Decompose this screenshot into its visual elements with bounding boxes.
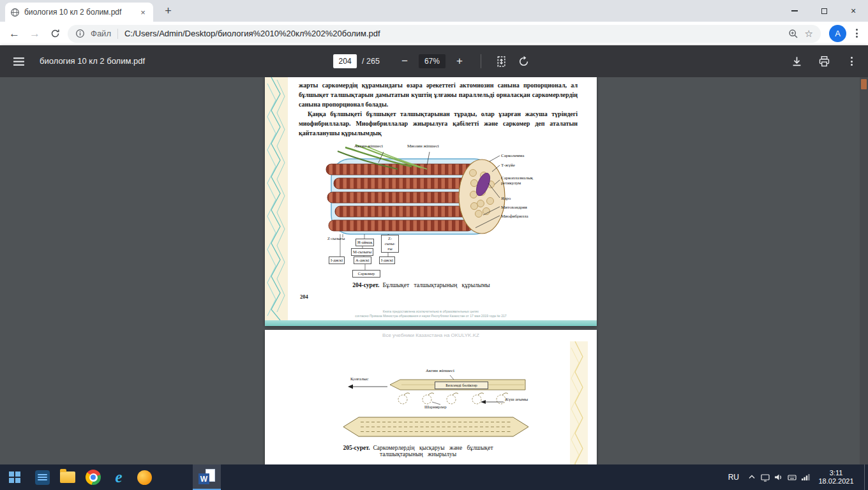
- tab-close-icon[interactable]: ×: [138, 7, 148, 17]
- system-tray: RU 3:11 18.02.2021: [722, 464, 868, 490]
- figure-204-muscle-fiber: Актин жіпшесі Миозин жіпшесі Сарколемма …: [290, 144, 576, 281]
- taskbar: e W RU: [0, 464, 868, 490]
- maximize-icon: [821, 8, 827, 14]
- zoom-in-button[interactable]: +: [451, 53, 468, 70]
- figure-204-caption: 204-сурет.Бұлшықет талшықтарының құрылым…: [265, 282, 578, 288]
- address-bar: ← → Файл C:/Users/Admin/Desktop/биология…: [0, 22, 868, 45]
- new-tab-button[interactable]: +: [160, 3, 177, 20]
- figure1-label-nucleus: Ядро: [501, 196, 511, 201]
- profile-avatar[interactable]: A: [829, 25, 846, 42]
- taskbar-file-explorer[interactable]: [55, 464, 80, 490]
- page-bottom-ornament: [265, 320, 597, 326]
- figure-205-sarcomere-contraction: Актин жіпшесі Қозғалыс Белсенді бөліктер…: [329, 368, 546, 442]
- minimize-icon: [791, 10, 798, 11]
- vertical-dots-icon: [851, 57, 853, 66]
- screen: биология 10 кл 2 болим.pdf × + × ← → Фай…: [0, 0, 868, 490]
- pdf-menu-icon[interactable]: [13, 56, 25, 68]
- window-controls: ×: [780, 0, 868, 22]
- taskbar-app-blue[interactable]: [29, 464, 55, 490]
- bookmark-star-icon[interactable]: ☆: [805, 28, 813, 40]
- chrome-icon: [86, 470, 101, 485]
- pdf-page-205: Все учебники Казахстана на OKULYK.KZ: [265, 330, 597, 464]
- figure2-label-actin: Актин жіпшесі: [426, 368, 454, 373]
- taskbar-chrome[interactable]: [80, 464, 106, 490]
- toolbar-divider: [481, 54, 481, 68]
- figure1-label-t-system: Т-жүйе: [501, 163, 515, 168]
- language-indicator[interactable]: RU: [722, 464, 745, 490]
- browser-menu-button[interactable]: [849, 26, 864, 41]
- figure1-label-i-disc-right: І-дискі: [379, 256, 395, 264]
- zoom-out-button[interactable]: −: [396, 53, 413, 70]
- fine-print-line: Книга предоставлена исключительно в обра…: [290, 309, 572, 314]
- show-desktop-button[interactable]: [864, 464, 868, 490]
- paragraph: жарты саркомердің құрамындағы өзара әрек…: [299, 80, 578, 109]
- pdf-scrollbar[interactable]: [860, 77, 868, 464]
- figure1-label-sarcoplasmic-reticulum: Саркоплазмалық ретикулум: [501, 175, 547, 186]
- okulyk-watermark: Все учебники Казахстана на OKULYK.KZ: [265, 332, 597, 338]
- tray-expand-button[interactable]: [745, 464, 758, 490]
- pdf-page-zoom-controls: / 265 − 67% +: [333, 45, 535, 77]
- figure1-label-sarcomere: Саркомер: [352, 270, 380, 278]
- taskbar-internet-explorer[interactable]: e: [106, 464, 131, 490]
- caption-number: 205-сурет.: [343, 445, 370, 451]
- browser-tab-strip: биология 10 кл 2 болим.pdf × + ×: [0, 0, 868, 22]
- url-separator: [117, 29, 118, 39]
- windows-logo-icon: [9, 471, 20, 483]
- orange-app-icon: [137, 470, 152, 485]
- pdf-favicon-icon: [10, 8, 20, 17]
- refresh-button[interactable]: [46, 24, 64, 43]
- paragraph: Қаңқа бұлшықеті бұлшықет талшықтарынан т…: [299, 109, 578, 138]
- pdf-toolbar: биология 10 кл 2 болим.pdf / 265 − 67% +: [0, 45, 868, 77]
- rotate-button[interactable]: [518, 56, 530, 68]
- pdf-document-title: биология 10 кл 2 болим.pdf: [40, 56, 145, 66]
- window-minimize-button[interactable]: [780, 0, 809, 22]
- figure1-label-z-line-left: Z-сызығы: [327, 236, 345, 241]
- figure-205-caption: 205-сурет.Саркомерлердің қысқаруы және б…: [265, 445, 571, 457]
- page-number: 204: [300, 293, 308, 300]
- network-icon[interactable]: [798, 464, 812, 490]
- page-total-label: / 265: [362, 57, 380, 66]
- figure2-label-active-sites: Белсенді бөліктер: [435, 382, 488, 389]
- url-scheme-label: Файл: [91, 29, 111, 38]
- fit-page-button[interactable]: [495, 56, 507, 68]
- word-icon: W: [198, 469, 215, 484]
- zoom-lens-icon[interactable]: [788, 29, 798, 39]
- taskbar-spacer: [157, 464, 193, 490]
- folder-icon: [60, 471, 75, 483]
- download-button[interactable]: [791, 56, 803, 68]
- clock-time: 3:11: [812, 469, 860, 478]
- page-right-ornament: [570, 341, 588, 464]
- figure1-label-mitochondria: Митохондрия: [501, 205, 527, 210]
- taskbar-word-active[interactable]: W: [193, 464, 221, 490]
- figure1-label-h-zone: Н-аймақ: [355, 239, 374, 246]
- back-button[interactable]: ←: [5, 24, 24, 43]
- taskbar-clock[interactable]: 3:11 18.02.2021: [812, 469, 860, 486]
- print-button[interactable]: [818, 56, 830, 68]
- url-text[interactable]: C:/Users/Admin/Desktop/биология%2010%20к…: [124, 29, 783, 38]
- url-box[interactable]: Файл C:/Users/Admin/Desktop/биология%201…: [68, 25, 821, 43]
- figure1-label-myosin: Миозин жіпшесі: [407, 144, 439, 149]
- start-button[interactable]: [0, 464, 29, 490]
- figure1-label-myofibril: Миофибрилла: [501, 214, 528, 219]
- figure1-label-z-line-right: Z-сызы-ғы: [381, 235, 399, 253]
- pdf-more-button[interactable]: [846, 56, 858, 68]
- taskbar-orange-app[interactable]: [131, 464, 157, 490]
- blue-tile-icon: [35, 470, 50, 485]
- window-close-button[interactable]: ×: [839, 0, 868, 22]
- page-number-input[interactable]: [333, 54, 357, 68]
- figure2-label-hinges: Шарнирлер: [424, 405, 447, 410]
- figure1-label-sarcolemma: Сарколемма: [501, 153, 524, 158]
- scrollbar-thumb[interactable]: [861, 79, 867, 89]
- browser-tab[interactable]: биология 10 кл 2 болим.pdf ×: [5, 3, 153, 22]
- window-maximize-button[interactable]: [809, 0, 839, 22]
- tablet-icon[interactable]: [758, 464, 772, 490]
- keyboard-icon[interactable]: [785, 464, 798, 490]
- figure1-label-m-line: М-сызығы: [351, 248, 373, 256]
- tab-title: биология 10 кл 2 болим.pdf: [24, 8, 133, 17]
- caption-text: Саркомерлердің қысқаруы және бұлшықет та…: [373, 445, 493, 457]
- fine-print-line: согласно Приказа Министра образования и …: [290, 314, 572, 318]
- forward-button[interactable]: →: [26, 24, 44, 43]
- volume-icon[interactable]: [772, 464, 785, 490]
- info-icon[interactable]: [75, 29, 85, 38]
- copyright-fine-print: Книга предоставлена исключительно в обра…: [290, 309, 572, 318]
